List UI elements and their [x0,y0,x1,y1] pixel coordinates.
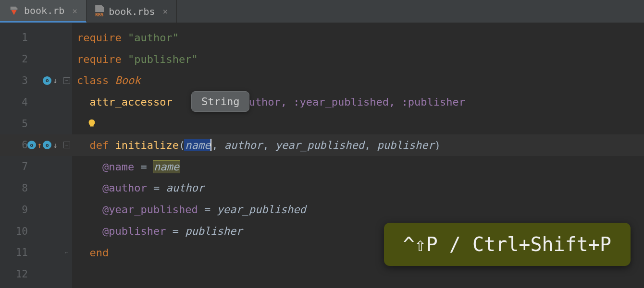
code-line-4[interactable]: attr_accessor :author, :year_published, … [72,91,644,113]
close-icon[interactable]: × [72,6,77,16]
gutter: 1 2 3 o↓ 4 5 6 o↑ o↓ 7 8 9 10 11 12 [0,23,62,288]
line-number: 9 [0,199,62,220]
line-number: 10 [0,220,62,242]
line-number: 8 [0,178,62,199]
tab-label: book.rb [24,5,64,16]
tab-book-rb[interactable]: book.rb × [0,0,87,23]
intention-bulb-icon[interactable] [87,119,97,129]
fold-toggle[interactable]: − [62,134,72,156]
keyboard-shortcut-overlay: ^⇧P / Ctrl+Shift+P [384,223,631,266]
override-down-icon: o [43,141,51,149]
code-line-5[interactable] [72,113,644,134]
line-number: 6 o↑ o↓ [0,134,62,156]
code-line-9[interactable]: @year_published = year_published [72,199,644,220]
code-line-2[interactable]: require "publisher" [72,48,644,70]
rbs-file-icon: RBS [95,5,104,17]
line-number: 5 [0,113,62,134]
type-hint-tooltip: String [191,91,249,112]
line-number: 11 [0,242,62,264]
fold-column: − − ⌐ [62,23,72,288]
line-number: 12 [0,264,62,285]
code-line-1[interactable]: require "author" [72,27,644,48]
line-number: 4 [0,91,62,113]
gutter-marker-class[interactable]: o↓ [43,76,58,85]
line-number: 3 o↓ [0,70,62,92]
fold-end[interactable]: ⌐ [62,242,72,264]
code-line-3[interactable]: class Book [72,70,644,92]
code-line-8[interactable]: @author = author [72,178,644,199]
fold-toggle[interactable]: − [62,70,72,92]
code-line-7[interactable]: @name = name [72,156,644,178]
tab-label: book.rbs [109,6,155,17]
line-number: 7 [0,156,62,178]
close-icon[interactable]: × [162,6,168,16]
override-up-icon: o [27,141,36,149]
ruby-file-icon [9,5,19,16]
line-number: 2 [0,48,62,70]
line-number: 1 [0,27,62,48]
code-line-12[interactable] [72,264,644,285]
override-down-icon: o [43,76,51,85]
gutter-marker-method[interactable]: o↑ o↓ [27,141,58,150]
code-line-6[interactable]: def initialize(name, author, year_publis… [72,134,644,156]
tab-bar: book.rb × RBS book.rbs × [0,0,644,23]
tab-book-rbs[interactable]: RBS book.rbs × [87,0,177,23]
